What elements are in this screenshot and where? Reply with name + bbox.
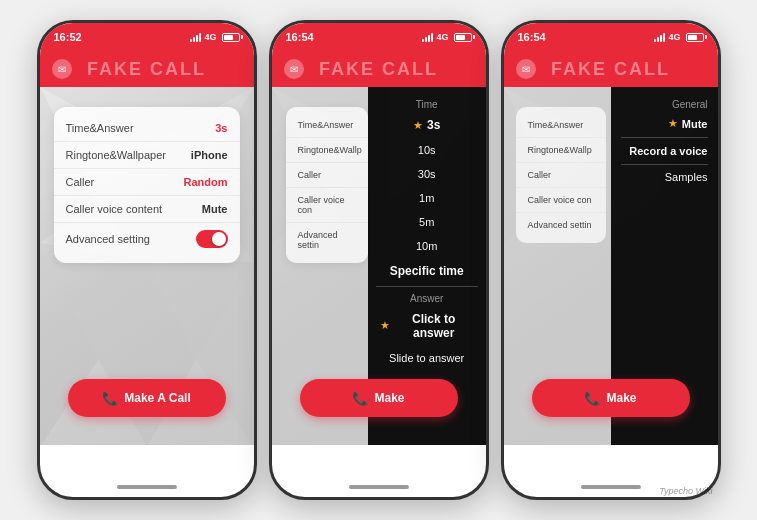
time-1m-text: 1m: [419, 192, 434, 204]
star-3s: ★: [413, 119, 423, 132]
message-icon-1: [52, 59, 72, 79]
s3-bar-2: [657, 37, 659, 42]
time-section-label: Time: [368, 95, 486, 112]
panel-samples[interactable]: Samples: [611, 166, 718, 188]
settings-card-3-bg: Time&Answer Ringtone&Wallp Caller Caller…: [516, 107, 607, 243]
status-icons-3: 4G: [654, 32, 703, 42]
s2-bar-2: [425, 37, 427, 42]
time-5m[interactable]: 5m: [368, 210, 486, 234]
advanced-toggle[interactable]: [196, 230, 228, 248]
battery-2: [454, 33, 472, 42]
settings-card-1: Time&Answer 3s Ringtone&Wallpaper iPhone…: [54, 107, 240, 263]
setting-label-caller: Caller: [66, 176, 95, 188]
answer-click[interactable]: ★ Click to answer: [368, 306, 486, 346]
s3-voice: Caller voice con: [516, 188, 607, 213]
home-bar-3: [581, 485, 641, 489]
time-3s[interactable]: ★ 3s: [368, 112, 486, 138]
status-icons-2: 4G: [422, 32, 471, 42]
s2-label-voice: Caller voice con: [298, 195, 356, 215]
s3-advanced: Advanced settin: [516, 213, 607, 237]
make-call-button-2[interactable]: 📞 Make: [300, 379, 458, 417]
setting-advanced[interactable]: Advanced setting: [54, 223, 240, 255]
call-button-text-3: Make: [606, 391, 636, 405]
time-1m[interactable]: 1m: [368, 186, 486, 210]
signal-bar-2: [193, 37, 195, 42]
signal-bar-3: [196, 35, 198, 42]
panel-divider-2: [621, 164, 708, 165]
setting-label-advanced: Advanced setting: [66, 233, 150, 245]
s3-time: Time&Answer: [516, 113, 607, 138]
settings-card-2-bg: Time&Answer Ringtone&Wallp Caller Caller…: [286, 107, 368, 263]
setting-voice[interactable]: Caller voice content Mute: [54, 196, 240, 223]
status-bar-2: 16:54 4G: [272, 23, 486, 51]
make-call-button-3[interactable]: 📞 Make: [532, 379, 690, 417]
answer-slide[interactable]: Slide to answer: [368, 346, 486, 370]
status-bar-3: 16:54 4G: [504, 23, 718, 51]
call-button-text-2: Make: [374, 391, 404, 405]
setting-caller[interactable]: Caller Random: [54, 169, 240, 196]
signal-bar-1: [190, 39, 192, 42]
s2-advanced: Advanced settin: [286, 223, 368, 257]
setting-value-caller: Random: [184, 176, 228, 188]
s3-ringtone: Ringtone&Wallp: [516, 138, 607, 163]
battery-3: [686, 33, 704, 42]
s3-bar-3: [660, 35, 662, 42]
app-header-2: FAKE CALL: [272, 51, 486, 87]
battery-fill-2: [456, 35, 466, 40]
s3-label-voice: Caller voice con: [528, 195, 592, 205]
overlay-divider-2: [376, 286, 478, 287]
s3-label-ringtone: Ringtone&Wallp: [528, 145, 592, 155]
panel-record[interactable]: Record a voice: [611, 140, 718, 162]
time-30s-text: 30s: [418, 168, 436, 180]
panel-section-general: General: [611, 95, 718, 112]
app-title-1: FAKE CALL: [87, 59, 206, 80]
app-header-1: FAKE CALL: [40, 51, 254, 87]
s3-label-time: Time&Answer: [528, 120, 584, 130]
setting-value-voice: Mute: [202, 203, 228, 215]
s2-caller: Caller: [286, 163, 368, 188]
phone-3: 16:54 4G FAKE CALL: [501, 20, 721, 500]
s2-ringtone: Ringtone&Wallp: [286, 138, 368, 163]
s3-caller: Caller: [516, 163, 607, 188]
app-header-3: FAKE CALL: [504, 51, 718, 87]
home-bar-1: [117, 485, 177, 489]
setting-time-answer[interactable]: Time&Answer 3s: [54, 115, 240, 142]
setting-ringtone[interactable]: Ringtone&Wallpaper iPhone: [54, 142, 240, 169]
time-specific-text: Specific time: [390, 264, 464, 278]
panel-divider: [621, 137, 708, 138]
answer-click-text: Click to answer: [394, 312, 474, 340]
panel-mute[interactable]: ★ Mute: [611, 112, 718, 135]
answer-section-label: Answer: [368, 289, 486, 306]
time-10s-text: 10s: [418, 144, 436, 156]
status-bar-1: 16:52 4G: [40, 23, 254, 51]
time-10s[interactable]: 10s: [368, 138, 486, 162]
s3-bar-4: [663, 33, 665, 42]
make-call-button-1[interactable]: 📞 Make A Call: [68, 379, 226, 417]
s2-bar-3: [428, 35, 430, 42]
phone-3-frame: 16:54 4G FAKE CALL: [501, 20, 721, 500]
battery-fill-1: [224, 35, 234, 40]
setting-label-ringtone: Ringtone&Wallpaper: [66, 149, 166, 161]
message-icon-3: [516, 59, 536, 79]
phone-icon-2: 📞: [352, 391, 368, 406]
time-specific[interactable]: Specific time: [368, 258, 486, 284]
time-10m[interactable]: 10m: [368, 234, 486, 258]
watermark: Typecho Wiki: [659, 486, 712, 496]
s2-bar-4: [431, 33, 433, 42]
s3-label-advanced: Advanced settin: [528, 220, 592, 230]
star-answer: ★: [380, 319, 390, 332]
signal-bars-2: [422, 32, 433, 42]
s3-bar-1: [654, 39, 656, 42]
panel-record-text: Record a voice: [629, 145, 707, 157]
panel-samples-text: Samples: [665, 171, 708, 183]
battery-1: [222, 33, 240, 42]
time-30s[interactable]: 30s: [368, 162, 486, 186]
app-title-2: FAKE CALL: [319, 59, 438, 80]
time-10m-text: 10m: [416, 240, 437, 252]
s2-label-advanced: Advanced settin: [298, 230, 356, 250]
panel-star: ★: [668, 117, 678, 130]
time-5m-text: 5m: [419, 216, 434, 228]
s2-time: Time&Answer: [286, 113, 368, 138]
setting-value-ringtone: iPhone: [191, 149, 228, 161]
s2-voice: Caller voice con: [286, 188, 368, 223]
